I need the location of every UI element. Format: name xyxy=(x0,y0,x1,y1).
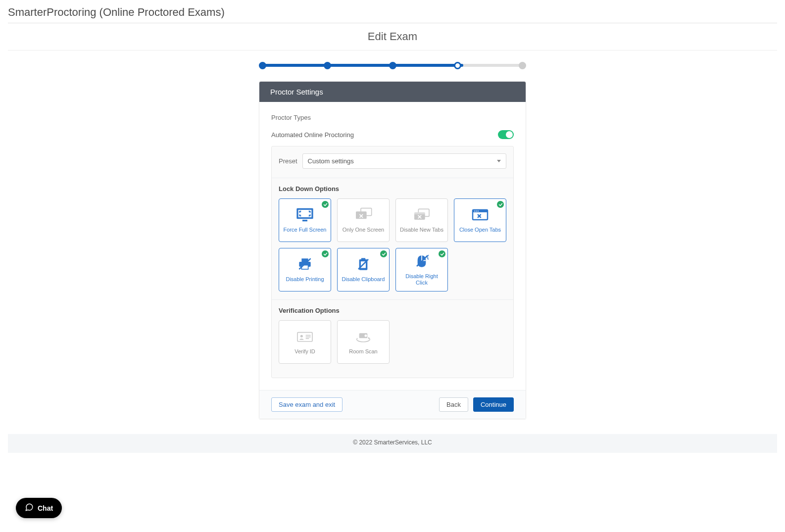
option-force-full-screen[interactable]: Force Full Screen xyxy=(279,198,331,242)
check-badge-icon xyxy=(322,201,329,208)
room-scan-icon xyxy=(353,329,373,344)
automated-proctoring-label: Automated Online Proctoring xyxy=(271,131,354,139)
option-label: Room Scan xyxy=(349,348,377,355)
only-one-screen-icon xyxy=(353,207,373,223)
option-label: Only One Screen xyxy=(343,227,384,233)
check-badge-icon xyxy=(322,250,329,257)
app-title: SmarterProctoring (Online Proctored Exam… xyxy=(0,0,785,23)
save-exam-and-exit-button[interactable]: Save exam and exit xyxy=(271,397,343,412)
svg-rect-25 xyxy=(306,337,311,338)
option-label: Verify ID xyxy=(294,348,315,355)
divider xyxy=(272,299,513,300)
option-label: Disable Printing xyxy=(286,276,324,283)
option-label: Disable New Tabs xyxy=(400,227,443,233)
option-verify-id[interactable]: Verify ID xyxy=(279,320,331,364)
svg-rect-2 xyxy=(302,220,307,221)
option-label: Disable Clipboard xyxy=(342,276,385,283)
svg-rect-4 xyxy=(356,212,367,219)
option-disable-right-click[interactable]: Disable Right Click xyxy=(395,248,448,291)
preset-value: Custom settings xyxy=(308,157,354,165)
svg-rect-24 xyxy=(306,335,311,336)
option-label: Close Open Tabs xyxy=(459,227,501,233)
verification-heading: Verification Options xyxy=(279,307,506,314)
force-full-screen-icon xyxy=(295,207,315,223)
check-badge-icon xyxy=(439,250,445,257)
stepper-dot-0 xyxy=(259,62,266,69)
card-header: Proctor Settings xyxy=(259,82,526,102)
option-close-open-tabs[interactable]: Close Open Tabs xyxy=(454,198,506,242)
option-room-scan[interactable]: Room Scan xyxy=(337,320,390,364)
lockdown-options-grid: Force Full ScreenOnly One ScreenDisable … xyxy=(279,198,506,291)
back-button[interactable]: Back xyxy=(439,397,468,412)
check-badge-icon xyxy=(497,201,504,208)
svg-rect-26 xyxy=(306,339,309,339)
check-badge-icon xyxy=(380,250,387,257)
svg-point-12 xyxy=(478,211,479,212)
lockdown-heading: Lock Down Options xyxy=(279,185,506,193)
proctor-settings-card: Proctor Settings Proctor Types Automated… xyxy=(259,81,526,419)
page-title: Edit Exam xyxy=(8,23,777,50)
preset-select[interactable]: Custom settings xyxy=(302,153,506,169)
option-disable-new-tabs[interactable]: Disable New Tabs xyxy=(395,198,448,242)
option-label: Force Full Screen xyxy=(284,227,327,233)
stepper-dot-2 xyxy=(389,62,396,69)
chat-label: Chat xyxy=(38,504,53,512)
svg-point-23 xyxy=(300,335,303,338)
proctor-types-label: Proctor Types xyxy=(271,114,514,121)
progress-stepper xyxy=(259,59,526,71)
settings-panel: Preset Custom settings Lock Down Options… xyxy=(271,146,514,378)
option-only-one-screen[interactable]: Only One Screen xyxy=(337,198,390,242)
divider xyxy=(272,178,513,178)
verify-id-icon xyxy=(295,329,315,344)
continue-button[interactable]: Continue xyxy=(473,397,514,412)
card-footer: Save exam and exit Back Continue xyxy=(259,390,526,419)
disable-new-tabs-icon xyxy=(412,207,432,223)
svg-rect-7 xyxy=(414,212,425,214)
disable-printing-icon xyxy=(295,256,315,272)
svg-point-28 xyxy=(365,335,367,337)
chat-widget[interactable]: Chat xyxy=(16,498,62,518)
disable-right-click-icon xyxy=(412,253,432,269)
verification-options-grid: Verify IDRoom Scan xyxy=(279,320,506,364)
svg-rect-18 xyxy=(361,258,365,261)
stepper-dot-1 xyxy=(324,62,331,69)
svg-point-10 xyxy=(474,211,475,212)
option-disable-clipboard[interactable]: Disable Clipboard xyxy=(337,248,390,291)
close-open-tabs-icon xyxy=(470,207,490,223)
stepper-dot-4 xyxy=(519,62,526,69)
chevron-down-icon xyxy=(497,160,501,162)
page-footer: © 2022 SmarterServices, LLC xyxy=(8,434,777,453)
chat-icon xyxy=(25,503,34,513)
disable-clipboard-icon xyxy=(353,256,373,272)
stepper-dot-3 xyxy=(454,62,461,69)
svg-point-11 xyxy=(476,211,477,212)
option-label: Disable Right Click xyxy=(399,273,444,286)
preset-label: Preset xyxy=(279,157,297,165)
option-disable-printing[interactable]: Disable Printing xyxy=(279,248,331,291)
automated-proctoring-toggle[interactable] xyxy=(498,130,514,139)
